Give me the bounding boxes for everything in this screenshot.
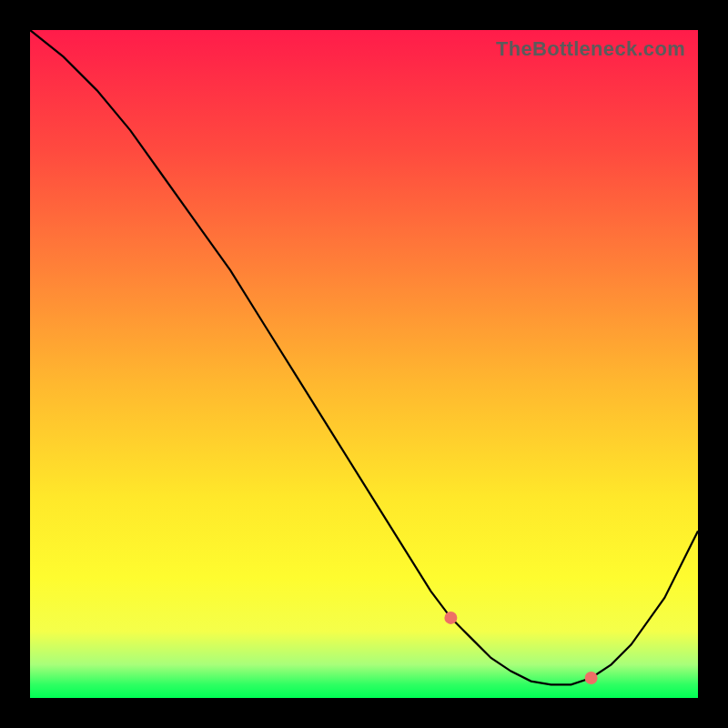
chart-svg	[30, 30, 698, 698]
plot-area: TheBottleneck.com	[30, 30, 698, 698]
marker-dot	[444, 612, 457, 624]
optimal-markers	[444, 612, 597, 686]
marker-dot	[585, 672, 598, 684]
chart-stage: TheBottleneck.com	[0, 0, 728, 728]
bottleneck-curve-line	[30, 30, 698, 684]
